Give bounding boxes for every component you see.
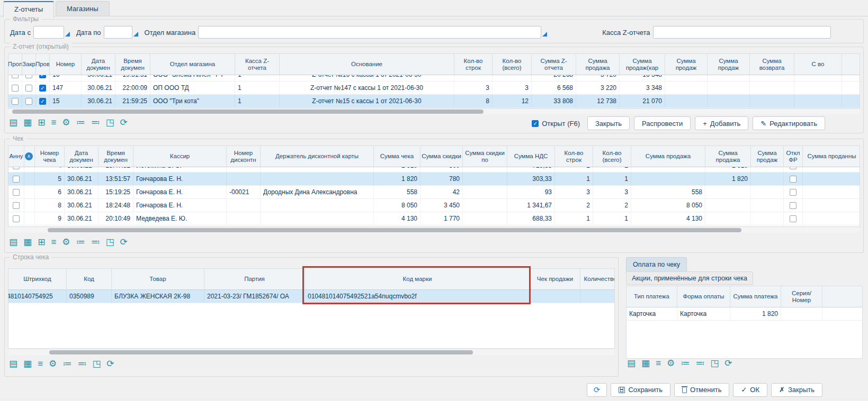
column-header[interactable]: Сумма продажа	[705, 146, 751, 167]
column-header[interactable]: Сумма проданны	[803, 146, 860, 167]
calendar-icon[interactable]: ⊞	[38, 118, 45, 127]
column-header[interactable]: Сумма НДС	[507, 146, 555, 167]
close-zreport-button[interactable]: Закрыть	[587, 116, 630, 130]
column-header[interactable]: ∧	[24, 146, 35, 167]
department-input[interactable]	[198, 26, 541, 39]
column-header[interactable]: Кол-во строк	[555, 146, 593, 167]
kassa-input[interactable]	[653, 26, 831, 39]
column-header[interactable]: Сумма Z-отчета	[532, 54, 576, 75]
column-header[interactable]: Номер дисконтн	[227, 146, 261, 167]
dropdown-triangle-icon[interactable]	[133, 32, 138, 37]
checkbox-checked[interactable]: ✓	[39, 98, 46, 105]
column-header[interactable]: Сумма продаж	[751, 146, 784, 167]
settings-gear-icon[interactable]: ⚙	[62, 238, 70, 247]
list-add-icon[interactable]: ≕	[77, 359, 86, 368]
open-external-icon[interactable]: ◳	[92, 359, 101, 368]
dropdown-triangle-icon[interactable]	[65, 32, 70, 37]
dropdown-triangle-icon[interactable]	[542, 32, 547, 37]
numbered-list-icon[interactable]: ≔	[62, 359, 71, 368]
checkbox-checked[interactable]: ✓	[39, 85, 46, 92]
column-header[interactable]: Касса Z-отчета	[235, 54, 280, 75]
checkbox-unchecked[interactable]	[25, 98, 32, 105]
column-header[interactable]: Кассир	[133, 146, 227, 167]
view-table-icon[interactable]: ▦	[23, 359, 32, 368]
refresh-icon[interactable]: ⟳	[120, 118, 128, 127]
table-row[interactable]: ✓1630.06.2119:31:51ООО "Элема Гилея" ТЧ1…	[8, 75, 860, 81]
date-from-input[interactable]	[33, 26, 64, 39]
checkbox-unchecked[interactable]	[13, 176, 20, 183]
column-header[interactable]: С во	[794, 54, 842, 75]
column-header[interactable]: Сумма продаж	[665, 54, 708, 75]
table-row[interactable]: КарточкаКарточка1 820	[627, 307, 862, 321]
settings-gear-icon[interactable]: ⚙	[667, 359, 675, 368]
receipt-line-hscroll-thumb[interactable]	[49, 350, 473, 355]
column-header[interactable]: Штрихкод	[8, 269, 67, 289]
calendar-icon[interactable]: ⊞	[38, 238, 45, 247]
open-external-icon[interactable]: ◳	[710, 359, 719, 368]
column-header[interactable]: Проп	[8, 54, 22, 75]
column-header[interactable]: Кол-во (всего)	[593, 146, 631, 167]
checkbox-checked[interactable]: ✓	[39, 75, 46, 78]
zreport-hscroll-thumb[interactable]	[12, 110, 484, 114]
tab-promotions[interactable]: Акции, применённые для строки чека	[626, 271, 753, 285]
numbered-list-icon[interactable]: ≔	[681, 359, 690, 368]
table-row[interactable]: 48101407549250350989БЛУЗКА ЖЕНСКАЯ 2К-98…	[8, 290, 614, 303]
column-header[interactable]: Отдел магазина	[150, 54, 235, 75]
table-row[interactable]: 930.06.2120:10:49Медведева Е. Ю.4 1301 7…	[8, 212, 860, 225]
checkbox-unchecked[interactable]	[25, 75, 32, 78]
column-header[interactable]: Анну	[8, 146, 24, 167]
table-row[interactable]: 430.06.2113:47:52Истомина С. С.1 9108007…	[8, 167, 860, 172]
column-header[interactable]: Дата докумен	[82, 54, 115, 75]
column-header[interactable]: Сумма скидки	[420, 146, 463, 167]
open-f6-checkbox[interactable]: ✓ Открыт (F6)	[532, 120, 580, 128]
zreport-hscrollbar[interactable]	[8, 109, 860, 114]
checkbox-unchecked[interactable]	[12, 75, 19, 78]
numbered-list-icon[interactable]: ≔	[76, 238, 85, 247]
checkbox-unchecked[interactable]	[790, 167, 797, 169]
save-button[interactable]: Сохранить	[611, 383, 670, 397]
sort-asc-icon[interactable]: ∧	[25, 152, 33, 160]
checkbox-unchecked[interactable]	[12, 85, 19, 92]
settings-gear-icon[interactable]: ⚙	[49, 359, 57, 368]
refresh-icon[interactable]: ⟳	[106, 359, 114, 368]
column-header[interactable]: Номер	[50, 54, 82, 75]
filter-icon[interactable]: ≡	[51, 238, 56, 247]
column-header[interactable]: Сумма продаж(кар	[620, 54, 665, 75]
receipt-hscroll-thumb[interactable]	[48, 228, 741, 232]
column-header[interactable]: Закр	[22, 54, 36, 75]
column-header[interactable]: Количество	[580, 269, 614, 289]
close-button[interactable]: ✗ Закрыть	[771, 383, 822, 397]
column-header[interactable]: Сумма продажа	[631, 146, 705, 167]
column-header[interactable]: Сумма платежа	[730, 286, 781, 307]
checkbox-unchecked[interactable]	[790, 189, 797, 196]
view-list-icon[interactable]: ▤	[9, 359, 17, 368]
filter-icon[interactable]: ≡	[38, 359, 43, 368]
column-header[interactable]: Чек продажи	[530, 269, 580, 289]
receipt-hscrollbar[interactable]	[8, 228, 860, 233]
column-header[interactable]: Время докумен	[115, 54, 150, 75]
list-add-icon[interactable]: ≕	[695, 359, 704, 368]
column-header[interactable]: Держатель дисконтной карты	[261, 146, 374, 167]
refresh-icon[interactable]: ⟳	[120, 238, 128, 247]
view-table-icon[interactable]: ▦	[641, 359, 650, 368]
column-header[interactable]: Дата докумен	[65, 146, 99, 167]
date-to-input[interactable]	[104, 26, 132, 39]
list-add-icon[interactable]: ≕	[91, 118, 100, 127]
column-header[interactable]: Сумма чека	[374, 146, 420, 167]
checkbox-unchecked[interactable]	[790, 176, 797, 183]
view-table-icon[interactable]: ▦	[23, 118, 32, 127]
receipt-line-hscrollbar[interactable]	[8, 350, 615, 355]
checkbox-unchecked[interactable]	[13, 202, 20, 209]
list-add-icon[interactable]: ≕	[91, 238, 100, 247]
column-header[interactable]: Сумма возврата	[750, 54, 794, 75]
checkbox-unchecked[interactable]	[13, 167, 20, 169]
checkbox-unchecked[interactable]	[13, 215, 20, 222]
open-external-icon[interactable]: ◳	[106, 238, 114, 247]
column-header[interactable]: Основание	[280, 54, 454, 75]
checkbox-unchecked[interactable]	[13, 189, 20, 196]
view-list-icon[interactable]: ▤	[627, 359, 636, 368]
checkbox-unchecked[interactable]	[25, 85, 32, 92]
ok-button[interactable]: ✓ ОК	[733, 383, 767, 397]
tab-payment-by-receipt[interactable]: Оплата по чеку	[626, 257, 687, 271]
table-row[interactable]: ✓14730.06.2122:00:09ОП ООО ТД1Z-отчет №1…	[8, 81, 860, 95]
